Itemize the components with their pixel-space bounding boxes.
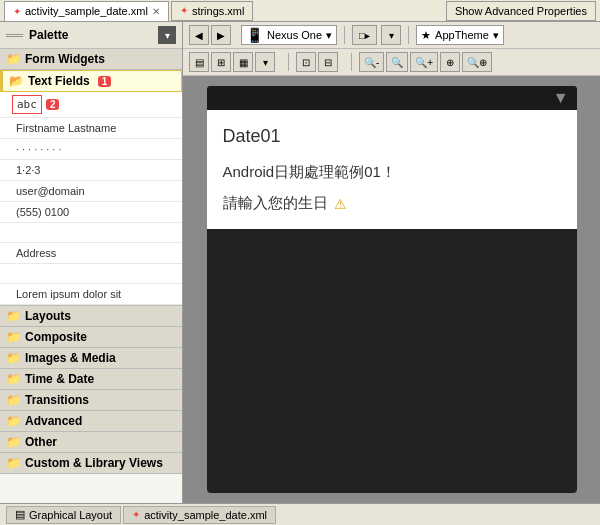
zoom-fit-button[interactable]: ⊕: [440, 52, 460, 72]
zoom-out-button[interactable]: 🔍-: [359, 52, 384, 72]
sidebar-item-composite[interactable]: 📁 Composite: [0, 327, 182, 348]
screen-text1: Android日期處理範例01！: [223, 163, 561, 182]
transitions-label: Transitions: [25, 393, 89, 407]
toolbar-sep3: [288, 53, 289, 71]
folder-icon: 📁: [6, 52, 21, 66]
text-fields-folder-icon: 📂: [9, 74, 24, 88]
zoom-actual-button[interactable]: 🔍: [386, 52, 408, 72]
render-btn-2[interactable]: ⊟: [318, 52, 338, 72]
xml-tab-icon: ✦: [132, 509, 140, 520]
text-fields-label: Text Fields: [28, 74, 90, 88]
graphical-layout-label: Graphical Layout: [29, 509, 112, 521]
toolbar-sep4: [351, 53, 352, 71]
textfield-abc-label: abc: [12, 95, 42, 114]
toolbar-forward-button[interactable]: ▶: [211, 25, 231, 45]
view-btn-3[interactable]: ▦: [233, 52, 253, 72]
textfield-numeric-label: 1·2·3: [16, 164, 40, 176]
transitions-folder-icon: 📁: [6, 393, 21, 407]
view-buttons-group: ▤ ⊞ ▦ ▾: [189, 52, 275, 72]
birthday-label: 請輸入您的生日: [223, 194, 328, 213]
list-item[interactable]: Firstname Lastname: [0, 118, 182, 139]
sidebar-item-other[interactable]: 📁 Other: [0, 432, 182, 453]
sidebar-item-images-media[interactable]: 📁 Images & Media: [0, 348, 182, 369]
textfield-firstname-label: Firstname Lastname: [16, 122, 116, 134]
tab-icon-xml: ✦: [13, 6, 21, 17]
textfield-email-label: user@domain: [16, 185, 85, 197]
list-item[interactable]: ········: [0, 139, 182, 160]
form-widgets-label: Form Widgets: [25, 52, 105, 66]
tab-strings-label: strings.xml: [192, 5, 245, 17]
tab-close-icon[interactable]: ✕: [152, 6, 160, 17]
view-btn-1[interactable]: ▤: [189, 52, 209, 72]
list-item[interactable]: user@domain: [0, 181, 182, 202]
preview-area[interactable]: ▼ Date01 Android日期處理範例01！ 請輸入您的生日 ⚠: [183, 76, 600, 503]
list-item[interactable]: [0, 264, 182, 284]
status-tab-xml[interactable]: ✦ activity_sample_date.xml: [123, 506, 276, 524]
list-item[interactable]: [0, 223, 182, 243]
list-item[interactable]: 1·2·3: [0, 160, 182, 181]
show-advanced-button[interactable]: Show Advanced Properties: [446, 1, 596, 21]
sidebar-item-form-widgets[interactable]: 📁 Form Widgets: [0, 49, 182, 70]
zoom-in-button[interactable]: 🔍+: [410, 52, 438, 72]
toolbar-back-button[interactable]: ◀: [189, 25, 209, 45]
list-item[interactable]: Address: [0, 243, 182, 264]
tab-strings-icon: ✦: [180, 5, 188, 16]
other-folder-icon: 📁: [6, 435, 21, 449]
sidebar-item-time-date[interactable]: 📁 Time & Date: [0, 369, 182, 390]
apptheme-selector[interactable]: ★ AppTheme ▾: [416, 25, 504, 45]
tab-strings-xml[interactable]: ✦ strings.xml: [171, 1, 254, 21]
apptheme-label: AppTheme: [435, 29, 489, 41]
sidebar-item-layouts[interactable]: 📁 Layouts: [0, 306, 182, 327]
sidebar-item-custom-library[interactable]: 📁 Custom & Library Views: [0, 453, 182, 474]
device-selector[interactable]: 📱 Nexus One ▾: [241, 25, 337, 45]
render-btn-1[interactable]: ⊡: [296, 52, 316, 72]
composite-folder-icon: 📁: [6, 330, 21, 344]
view-btn-4[interactable]: ▾: [255, 52, 275, 72]
sidebar-item-text-fields[interactable]: 📂 Text Fields 1: [0, 70, 182, 92]
view-btn-2[interactable]: ⊞: [211, 52, 231, 72]
main-content: ══ Palette ▾ 📁 Form Widgets 📂 Text Field…: [0, 22, 600, 503]
toolbar-sep2: [408, 26, 409, 44]
sidebar-item-advanced[interactable]: 📁 Advanced: [0, 411, 182, 432]
bottom-sections: 📁 Layouts 📁 Composite 📁 Images & Media 📁…: [0, 305, 182, 474]
textfield-address-label: Address: [16, 247, 56, 259]
status-tab-graphical[interactable]: ▤ Graphical Layout: [6, 506, 121, 524]
composite-label: Composite: [25, 330, 87, 344]
images-media-folder-icon: 📁: [6, 351, 21, 365]
device-dropdown-icon: ▾: [326, 29, 332, 42]
toolbar-nav-group: ◀ ▶: [189, 25, 231, 45]
list-item[interactable]: Lorem ipsum dolor sit: [0, 284, 182, 305]
zoom-max-button[interactable]: 🔍⊕: [462, 52, 492, 72]
palette-header: ══ Palette ▾: [0, 22, 182, 49]
textfield-password-label: ········: [16, 143, 64, 155]
screen-title: Date01: [223, 126, 561, 147]
tab-activity-xml[interactable]: ✦ activity_sample_date.xml ✕: [4, 1, 169, 21]
screen-config-button[interactable]: □▸: [352, 25, 377, 45]
time-date-label: Time & Date: [25, 372, 94, 386]
textfield-lorem-label: Lorem ipsum dolor sit: [16, 288, 121, 300]
screen-birthday: 請輸入您的生日 ⚠: [223, 194, 561, 213]
device-screen: Date01 Android日期處理範例01！ 請輸入您的生日 ⚠: [207, 110, 577, 229]
images-media-label: Images & Media: [25, 351, 116, 365]
list-item[interactable]: (555) 0100: [0, 202, 182, 223]
sidebar-item-transitions[interactable]: 📁 Transitions: [0, 390, 182, 411]
text-fields-badge: 1: [98, 76, 112, 87]
device-frame: ▼ Date01 Android日期處理範例01！ 請輸入您的生日 ⚠: [207, 86, 577, 493]
apptheme-dropdown-icon: ▾: [493, 29, 499, 42]
list-item[interactable]: abc 2: [0, 92, 182, 118]
time-date-folder-icon: 📁: [6, 372, 21, 386]
palette-title: Palette: [29, 28, 68, 42]
advanced-label: Advanced: [25, 414, 82, 428]
zoom-buttons-group: 🔍- 🔍 🔍+ ⊕ 🔍⊕: [359, 52, 492, 72]
device-icon: 📱: [246, 27, 263, 43]
screen-orient-button[interactable]: ▾: [381, 25, 401, 45]
palette-dropdown-button[interactable]: ▾: [158, 26, 176, 44]
custom-library-label: Custom & Library Views: [25, 456, 163, 470]
device-label: Nexus One: [267, 29, 322, 41]
tab-bar: ✦ activity_sample_date.xml ✕ ✦ strings.x…: [0, 0, 600, 22]
advanced-folder-icon: 📁: [6, 414, 21, 428]
palette-drag-icon: ══: [6, 28, 23, 42]
text-fields-section: 📂 Text Fields 1 abc 2 Firstname Lastname…: [0, 70, 182, 305]
sidebar: ══ Palette ▾ 📁 Form Widgets 📂 Text Field…: [0, 22, 183, 503]
tab-activity-label: activity_sample_date.xml: [25, 5, 148, 17]
